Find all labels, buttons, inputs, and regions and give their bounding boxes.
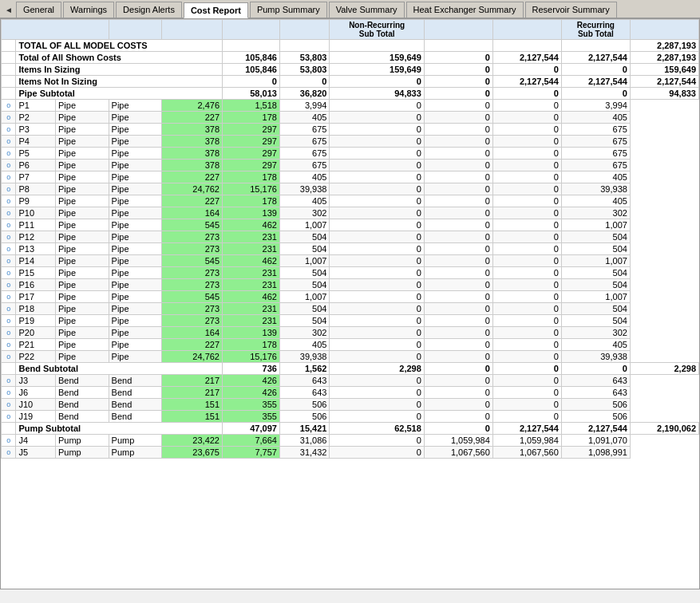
row-icon[interactable]: o: [2, 447, 16, 459]
table-row: oJ3BendBend217426643000643: [2, 375, 699, 387]
table-units: [2, 20, 109, 40]
table-row: oP3PipePipe378297675000675: [2, 124, 699, 136]
table-row: oP1PipePipe2,4761,5183,9940003,994: [2, 100, 699, 112]
cost-report-table: Non-RecurringSub Total RecurringSub Tota…: [1, 19, 699, 459]
col-maintenance: [424, 20, 492, 40]
table-row: oP9PipePipe227178405000405: [2, 195, 699, 207]
tab-reservoir-summary[interactable]: Reservoir Summary: [525, 2, 617, 18]
col-total: [630, 20, 698, 40]
row-icon[interactable]: o: [2, 219, 16, 231]
col-reccsub: RecurringSub Total: [561, 20, 630, 40]
row-icon[interactable]: o: [2, 243, 16, 255]
table-row: oP19PipePipe273231504000504: [2, 315, 699, 327]
summary-row-items-sizing: Items In Sizing105,84653,803159,64900015…: [2, 64, 699, 76]
row-icon[interactable]: o: [2, 339, 16, 351]
table-row: oP14PipePipe5454621,0070001,007: [2, 255, 699, 267]
row-icon[interactable]: o: [2, 435, 16, 447]
row-icon[interactable]: o: [2, 315, 16, 327]
tab-arrow-left[interactable]: ◄: [2, 4, 16, 16]
content-area: Non-RecurringSub Total RecurringSub Tota…: [0, 18, 700, 589]
summary-row-items-not-sizing: Items Not In Sizing00002,127,5442,127,54…: [2, 76, 699, 88]
row-icon[interactable]: o: [2, 183, 16, 195]
tab-cost-report[interactable]: Cost Report: [184, 2, 248, 18]
row-icon[interactable]: o: [2, 255, 16, 267]
table-row: oP2PipePipe227178405000405: [2, 112, 699, 124]
tab-pump-summary[interactable]: Pump Summary: [250, 2, 327, 18]
table-row: oJ10BendBend151355506000506: [2, 399, 699, 411]
table-row: oP20PipePipe164139302000302: [2, 327, 699, 339]
row-icon[interactable]: o: [2, 399, 16, 411]
row-icon[interactable]: o: [2, 279, 16, 291]
row-icon[interactable]: o: [2, 303, 16, 315]
table-row: oJ5PumpPump23,6757,75731,43201,067,5601,…: [2, 447, 699, 459]
table-row: oP22PipePipe24,76215,17639,93800039,938: [2, 351, 699, 363]
col-type: [109, 20, 162, 40]
table-row: oP10PipePipe164139302000302: [2, 207, 699, 219]
tab-valve-summary[interactable]: Valve Summary: [329, 2, 405, 18]
row-icon[interactable]: o: [2, 267, 16, 279]
col-installation: [279, 20, 330, 40]
table-row: oP13PipePipe273231504000504: [2, 243, 699, 255]
row-icon[interactable]: o: [2, 351, 16, 363]
subtotal-row: Pipe Subtotal58,01336,82094,83300094,833: [2, 88, 699, 100]
col-name: [162, 20, 223, 40]
table-row: oP17PipePipe5454621,0070001,007: [2, 291, 699, 303]
tab-heat-exchanger-summary[interactable]: Heat Exchanger Summary: [406, 2, 524, 18]
table-row: oP21PipePipe227178405000405: [2, 339, 699, 351]
table-row: oP5PipePipe378297675000675: [2, 148, 699, 160]
tabs-bar: ◄ GeneralWarningsDesign AlertsCost Repor…: [0, 0, 700, 18]
tab-warnings[interactable]: Warnings: [63, 2, 114, 18]
table-row: oP16PipePipe273231504000504: [2, 279, 699, 291]
row-icon[interactable]: o: [2, 291, 16, 303]
subtotal-row: Pump Subtotal47,09715,42162,51802,127,54…: [2, 423, 699, 435]
row-icon[interactable]: o: [2, 375, 16, 387]
col-nonrec: Non-RecurringSub Total: [330, 20, 424, 40]
subtotal-row: Bend Subtotal7361,5622,2980002,298: [2, 363, 699, 375]
table-row: oP15PipePipe273231504000504: [2, 267, 699, 279]
row-icon[interactable]: o: [2, 411, 16, 423]
row-icon[interactable]: o: [2, 148, 16, 160]
summary-row-total-shown: Total of All Shown Costs105,84653,803159…: [2, 52, 699, 64]
col-openeregy: [492, 20, 561, 40]
table-row: oJ4PumpPump23,4227,66431,08601,059,9841,…: [2, 435, 699, 447]
row-icon[interactable]: o: [2, 387, 16, 399]
row-icon[interactable]: o: [2, 124, 16, 136]
table-row: oP18PipePipe273231504000504: [2, 303, 699, 315]
row-icon[interactable]: o: [2, 327, 16, 339]
tab-design-alerts[interactable]: Design Alerts: [116, 2, 182, 18]
table-row: oJ19BendBend151355506000506: [2, 411, 699, 423]
row-icon[interactable]: o: [2, 136, 16, 148]
table-body: TOTAL OF ALL MODEL COSTS2,287,193Total o…: [2, 40, 699, 459]
tab-general[interactable]: General: [16, 2, 61, 18]
row-icon[interactable]: o: [2, 195, 16, 207]
table-row: oP12PipePipe273231504000504: [2, 231, 699, 243]
col-material: [223, 20, 280, 40]
table-row: oJ6BendBend217426643000643: [2, 387, 699, 399]
row-icon[interactable]: o: [2, 231, 16, 243]
row-icon[interactable]: o: [2, 171, 16, 183]
row-icon[interactable]: o: [2, 112, 16, 124]
table-row: oP4PipePipe378297675000675: [2, 136, 699, 148]
tabs-container: GeneralWarningsDesign AlertsCost ReportP…: [16, 2, 619, 18]
table-row: oP7PipePipe227178405000405: [2, 171, 699, 183]
row-icon[interactable]: o: [2, 100, 16, 112]
row-icon[interactable]: o: [2, 207, 16, 219]
table-row: oP11PipePipe5454621,0070001,007: [2, 219, 699, 231]
summary-row-total-all: TOTAL OF ALL MODEL COSTS2,287,193: [2, 40, 699, 52]
table-row: oP8PipePipe24,76215,17639,93800039,938: [2, 183, 699, 195]
row-icon[interactable]: o: [2, 160, 16, 171]
table-row: oP6PipePipe378297675000675: [2, 160, 699, 171]
